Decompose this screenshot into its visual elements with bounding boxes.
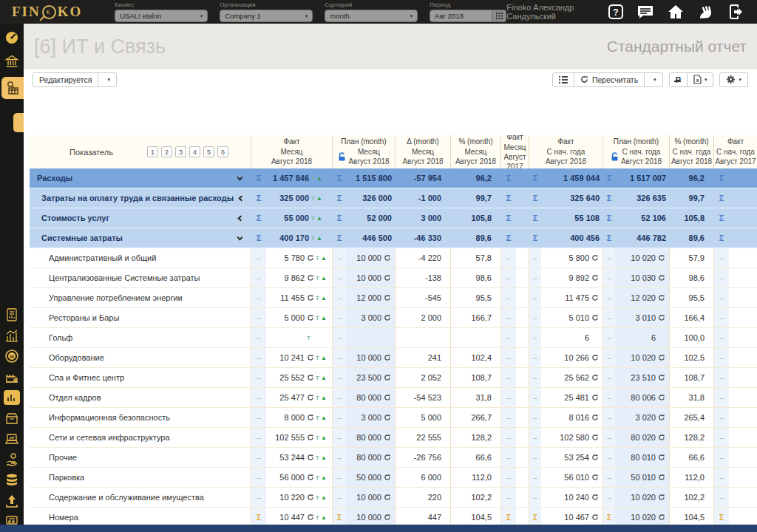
cell-refresh-icon[interactable] [658,514,665,521]
sigma-button[interactable]: Σ [533,194,538,202]
sigma-button[interactable]: Σ [257,233,262,242]
row-label[interactable]: Системные затраты [41,233,231,242]
hand-icon[interactable] [697,4,715,20]
cell-fact-month[interactable]: 11 455T▲ [266,288,333,307]
cell-plan-month[interactable]: 23 500 [346,368,396,387]
cell-refresh-icon[interactable] [658,314,665,321]
cell-plan-month[interactable]: 50 000 [346,468,396,487]
cell-fact-month[interactable]: 53 244T▲ [266,448,333,467]
cell-fact-month[interactable]: 8 000T▲ [266,408,333,427]
cell-plan-ytd[interactable]: 10 020 [615,488,670,507]
cell-refresh-icon[interactable] [307,434,314,441]
cell-fact-month[interactable]: 5 000T▲ [266,308,333,327]
hand-coin-icon[interactable] [3,452,21,467]
row-expand-chevron[interactable] [231,234,248,242]
recalculate-button[interactable]: Пересчитать [574,72,645,87]
sigma-button[interactable]: Σ [337,194,342,202]
cell-refresh-icon[interactable] [658,274,665,282]
cell-plan-ytd[interactable]: 10 020 [615,248,670,267]
sigma-button[interactable]: Σ [257,214,262,222]
cell-refresh-icon[interactable] [384,294,391,301]
cell-refresh-icon[interactable] [591,314,599,321]
cell-plan-month[interactable]: 10 000 [346,248,396,267]
cell-refresh-icon[interactable] [384,274,391,282]
cell-fact-ytd[interactable]: 6 [541,328,603,347]
cell-plan-ytd[interactable]: 3 010 [615,308,670,327]
cell-fact-ytd[interactable]: 102 580 [541,428,603,447]
cell-refresh-icon[interactable] [591,374,599,381]
finoko-logo[interactable]: FIN€KO [12,4,82,20]
cell-fact-ytd[interactable]: 9 892 [541,268,603,287]
logout-icon[interactable] [727,4,745,20]
cell-refresh-icon[interactable] [658,374,665,381]
messages-icon[interactable] [637,4,654,20]
scenario-select[interactable]: month ▾ [325,10,418,22]
cell-fact-month[interactable]: 9 862T▲ [266,268,333,287]
chart-card-icon[interactable] [4,390,20,405]
orange-sigma-icon[interactable]: Σ [719,514,724,522]
cell-refresh-icon[interactable] [307,474,314,481]
level-button-3[interactable]: 3 [175,146,186,157]
cell-refresh-icon[interactable] [307,414,314,421]
cell-plan-month[interactable] [346,328,396,347]
cell-refresh-icon[interactable] [307,254,314,262]
sigma-button[interactable]: Σ [506,194,512,202]
archive-box-icon[interactable] [3,411,21,426]
currency-button[interactable]: P [669,72,688,87]
cell-plan-month[interactable]: 80 000 [346,428,396,447]
orange-sigma-icon[interactable]: Σ [257,514,261,522]
cell-refresh-icon[interactable] [591,414,599,421]
orange-sigma-icon[interactable]: Σ [533,514,537,522]
sigma-button[interactable]: Σ [337,174,342,183]
cell-refresh-icon[interactable] [384,414,391,421]
sigma-button[interactable]: Σ [533,214,538,222]
row-expand-chevron[interactable] [231,174,248,183]
sigma-button[interactable]: Σ [257,194,262,202]
settings-button[interactable]: ▾ [719,72,748,87]
bank-icon[interactable] [3,52,21,70]
bar-chart-icon[interactable] [3,328,21,343]
sigma-button[interactable]: Σ [533,174,538,183]
cell-refresh-icon[interactable] [384,454,391,461]
cell-fact-month[interactable]: T [266,328,333,347]
cell-refresh-icon[interactable] [307,494,314,501]
status-button[interactable]: Редактируется [33,72,98,87]
calendar-button[interactable] [492,10,506,21]
cell-refresh-icon[interactable] [307,274,314,282]
cell-refresh-icon[interactable] [307,454,314,461]
sigma-button[interactable]: Σ [719,233,724,242]
cell-plan-ytd[interactable]: 80 010 [615,448,670,467]
cell-plan-ytd[interactable]: 10 030 [615,268,670,287]
sigma-button[interactable]: Σ [719,194,724,202]
recalculate-dropdown-button[interactable]: ▾ [644,72,663,87]
cell-plan-month[interactable]: 10 000 [346,488,396,507]
cell-refresh-icon[interactable] [591,514,599,521]
cell-refresh-icon[interactable] [658,474,665,481]
cell-fact-ytd[interactable]: 56 010 [541,468,603,487]
level-button-1[interactable]: 1 [147,146,158,157]
cell-fact-ytd[interactable]: 5 010 [541,308,603,327]
cell-refresh-icon[interactable] [384,494,391,501]
cell-fact-month[interactable]: 25 552T▲ [266,368,333,387]
period-input[interactable]: Авг 2018 [430,10,506,22]
document-report-icon[interactable] [3,307,21,322]
cell-plan-month[interactable]: 12 000 [346,288,396,307]
cell-plan-ytd[interactable]: 12 020 [615,288,670,307]
user-name[interactable]: Finoko Александр Сандульский [506,3,587,21]
cell-plan-ytd[interactable]: 50 010 [615,468,670,487]
cell-plan-ytd[interactable]: 6 [615,328,670,347]
cell-plan-ytd[interactable]: 3 020 [615,408,670,427]
organization-select[interactable]: Company 1 ▾ [220,10,313,22]
row-label[interactable]: Затраты на оплату труда и связанные расх… [41,194,234,202]
upload-icon[interactable] [3,494,21,508]
cell-plan-month[interactable]: 80 000 [346,388,396,407]
excel-export-button[interactable]: x ▾ [687,72,714,87]
report-table-icon[interactable] [1,77,24,99]
cell-plan-ytd[interactable]: 80 020 [615,428,670,447]
unlock-icon[interactable] [611,152,619,161]
cell-refresh-icon[interactable] [658,394,665,401]
unlock-icon[interactable] [338,152,346,161]
cell-refresh-icon[interactable] [591,434,599,441]
cell-plan-month[interactable]: 3 000 [346,408,396,427]
row-expand-chevron[interactable] [234,194,248,202]
